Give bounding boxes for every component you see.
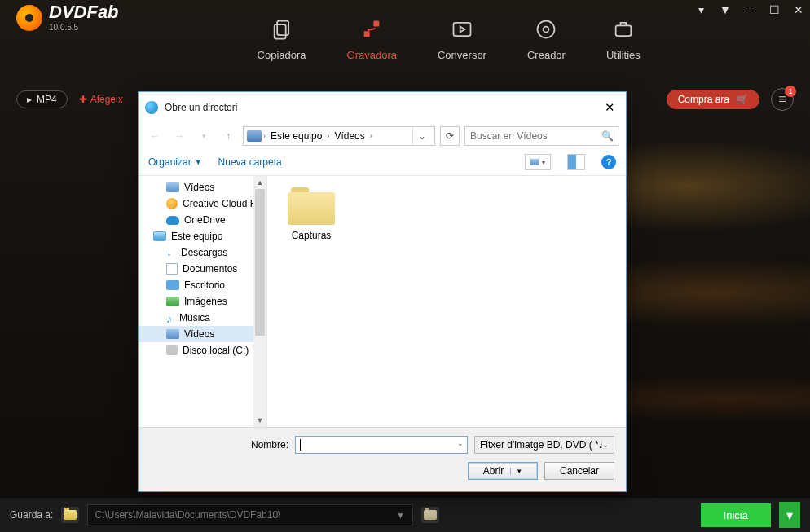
output-path-field[interactable]: C:\Users\Malavida\Documents\DVDFab10\ ▼ xyxy=(87,504,413,525)
vid-icon xyxy=(166,329,179,339)
utilities-icon xyxy=(612,18,635,41)
tree-creative-cloud[interactable]: Creative Cloud Fil xyxy=(139,196,266,212)
dialog-toolbar: Organizar ▼ Nueva carpeta ? xyxy=(139,149,626,176)
open-button[interactable]: Abrir ▼ xyxy=(468,462,538,480)
filename-input[interactable] xyxy=(299,437,452,453)
tree-imagenes[interactable]: Imágenes xyxy=(139,293,266,310)
app-logo: DVDFab 10.0.5.5 xyxy=(16,3,119,32)
open-label: Abrir xyxy=(483,465,504,477)
tree-este-equipo[interactable]: Este equipo xyxy=(139,228,266,244)
start-dropdown-button[interactable]: ▾ xyxy=(779,502,800,528)
start-label: Inicia xyxy=(724,509,748,521)
help-button[interactable]: ? xyxy=(601,155,616,169)
tree-escritorio[interactable]: Escritorio xyxy=(139,277,266,293)
disk-icon xyxy=(166,345,178,355)
search-box[interactable]: 🔍 xyxy=(464,126,619,146)
tree-item-label: Este equipo xyxy=(171,231,222,242)
output-path-text: C:\Users\Malavida\Documents\DVDFab10\ xyxy=(95,509,280,521)
breadcrumb-seg-2[interactable]: Vídeos xyxy=(331,130,368,142)
search-input[interactable] xyxy=(470,130,601,142)
organize-button[interactable]: Organizar ▼ xyxy=(148,156,202,168)
copy-icon xyxy=(271,18,293,41)
svg-marker-6 xyxy=(460,27,465,33)
nav-copiadora[interactable]: Copiadora xyxy=(258,18,306,61)
nav-utilities[interactable]: Utilities xyxy=(606,18,641,61)
add-button[interactable]: ✚ Afegeix xyxy=(79,94,123,105)
tree-item-label: Música xyxy=(179,312,210,323)
view-mode-button[interactable] xyxy=(525,154,551,170)
search-icon[interactable]: 🔍 xyxy=(601,130,614,142)
start-button[interactable]: Inicia xyxy=(701,503,771,527)
svg-rect-5 xyxy=(453,23,470,36)
folder-icon xyxy=(64,510,77,520)
dialog-close-button[interactable]: ✕ xyxy=(600,98,619,117)
tree-scrollbar[interactable]: ▲▼ xyxy=(253,176,266,427)
buy-label: Compra ara xyxy=(678,94,729,105)
logo-disc-icon xyxy=(16,5,42,31)
file-capturas[interactable]: Capturas xyxy=(279,187,344,241)
chevron-right-icon[interactable]: › xyxy=(370,132,372,140)
hamburger-menu-button[interactable]: ≡ 1 xyxy=(771,88,794,111)
breadcrumb-dropdown[interactable]: ⌄ xyxy=(412,127,431,145)
format-selector[interactable]: ▸ MP4 xyxy=(16,90,68,108)
nav-recent-button[interactable]: ▾ xyxy=(194,126,214,146)
file-label: Capturas xyxy=(292,230,332,241)
dialog-title: Obre un directori xyxy=(165,102,593,113)
tree-item-label: Descargas xyxy=(181,247,227,258)
tree-videos[interactable]: Vídeos xyxy=(139,326,266,342)
open-folder-button[interactable] xyxy=(421,507,439,523)
tree-item-label: Disco local (C:) xyxy=(183,345,249,356)
tree-disco-c[interactable]: Disco local (C:) xyxy=(139,342,266,358)
svg-rect-0 xyxy=(277,21,288,36)
file-open-dialog: Obre un directori ✕ ← → ▾ ↑ › Este equip… xyxy=(138,91,627,492)
app-header: DVDFab 10.0.5.5 Copiadora Gravadora Conv… xyxy=(0,0,810,81)
refresh-button[interactable]: ⟳ xyxy=(440,126,460,146)
tree-documentos[interactable]: Documentos xyxy=(139,261,266,277)
nav-conversor[interactable]: Conversor xyxy=(438,18,486,61)
scrollbar-thumb[interactable] xyxy=(255,189,265,336)
tree-item-label: Vídeos xyxy=(184,328,214,340)
tree-onedrive[interactable]: OneDrive xyxy=(139,212,266,228)
nav-gravadora[interactable]: Gravadora xyxy=(347,18,397,61)
nav-label: Conversor xyxy=(438,49,486,61)
file-list-area[interactable]: Capturas xyxy=(267,176,626,427)
chevron-right-icon[interactable]: › xyxy=(327,132,329,140)
mus-icon: ♪ xyxy=(166,312,174,323)
nav-forward-button[interactable]: → xyxy=(169,126,189,146)
dialog-body: VídeosCreative Cloud FilOneDriveEste equ… xyxy=(139,176,626,427)
main-nav: Copiadora Gravadora Conversor Creador Ut… xyxy=(258,18,641,61)
buy-now-button[interactable]: Compra ara 🛒 xyxy=(667,90,759,109)
scroll-up-button[interactable]: ▲ xyxy=(253,176,266,189)
view-icon xyxy=(530,159,539,165)
preview-pane-button[interactable] xyxy=(567,154,585,170)
browse-folder-button[interactable] xyxy=(61,507,79,523)
chevron-down-icon: ▾ xyxy=(786,508,793,523)
scroll-down-button[interactable]: ▼ xyxy=(253,414,266,427)
notification-badge: 1 xyxy=(785,86,796,97)
new-folder-button[interactable]: Nueva carpeta xyxy=(218,156,282,168)
tree-descargas[interactable]: Descargas xyxy=(139,244,266,261)
plus-icon: ✚ xyxy=(79,94,87,105)
bottom-bar: Guarda a: C:\Users\Malavida\Documents\DV… xyxy=(0,498,810,532)
cancel-button[interactable]: Cancelar xyxy=(544,462,614,480)
chevron-down-icon[interactable]: ▼ xyxy=(510,468,522,475)
doc-icon xyxy=(166,263,178,275)
nav-label: Utilities xyxy=(606,49,641,61)
breadcrumb[interactable]: › Este equipo › Vídeos › ⌄ xyxy=(243,126,435,146)
tree-videos-top[interactable]: Vídeos xyxy=(139,179,266,196)
nav-up-button[interactable]: ↑ xyxy=(218,126,238,146)
file-type-filter[interactable]: Fitxer d'imatge BD, DVD ( *.ini * ⌄ xyxy=(474,436,614,454)
chevron-right-icon[interactable]: › xyxy=(263,132,266,140)
tree-musica[interactable]: ♪Música xyxy=(139,310,266,326)
nav-back-button[interactable]: ← xyxy=(145,126,165,146)
od-icon xyxy=(166,216,179,225)
dialog-footer: Nombre: ⌄ Fitxer d'imatge BD, DVD ( *.in… xyxy=(139,427,626,491)
nav-creador[interactable]: Creador xyxy=(527,18,566,61)
svg-rect-9 xyxy=(616,25,632,36)
chevron-down-icon[interactable]: ⌄ xyxy=(457,439,464,447)
svg-rect-2 xyxy=(374,21,380,27)
breadcrumb-seg-1[interactable]: Este equipo xyxy=(267,130,325,142)
tree-item-label: Imágenes xyxy=(184,296,227,307)
chevron-down-icon: ▼ xyxy=(195,158,202,166)
filename-input-wrapper[interactable]: ⌄ xyxy=(295,436,468,454)
